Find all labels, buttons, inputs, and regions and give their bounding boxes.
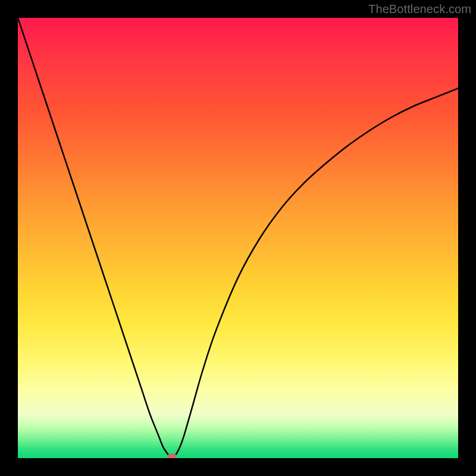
bottleneck-curve [18, 18, 458, 458]
chart-frame: TheBottleneck.com [0, 0, 476, 476]
watermark-text: TheBottleneck.com [368, 2, 471, 16]
plot-area [18, 18, 458, 458]
